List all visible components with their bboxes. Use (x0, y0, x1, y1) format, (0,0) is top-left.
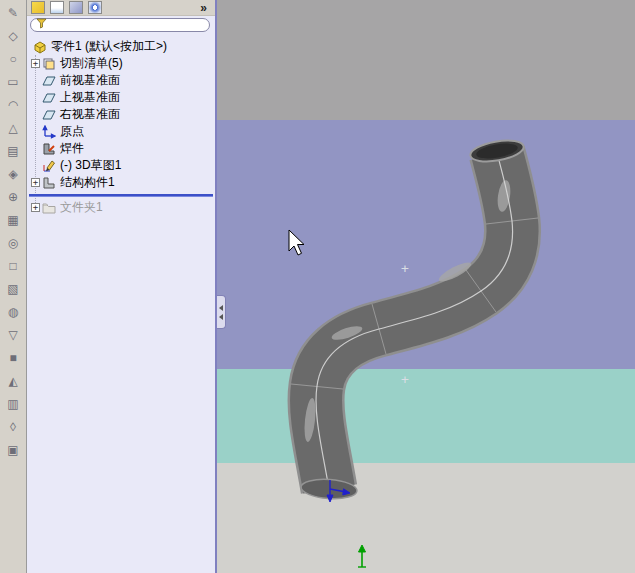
tree-item-top-plane[interactable]: 上视基准面 (27, 89, 215, 106)
mouse-cursor (289, 230, 304, 255)
tree-item-label: 右视基准面 (60, 106, 120, 123)
tool-icon[interactable]: ✎ (1, 2, 25, 25)
reference-point-marker: + (401, 262, 409, 275)
tool-icon[interactable]: ▭ (1, 71, 25, 94)
weldment-icon (42, 142, 57, 156)
plane-icon (42, 108, 57, 122)
tree-item-label: 零件1 (默认<按加工>) (51, 38, 167, 55)
tree-item-right-plane[interactable]: 右视基准面 (27, 106, 215, 123)
tree-item-origin[interactable]: 原点 (27, 123, 215, 140)
reference-point-marker: + (401, 373, 409, 386)
panel-overflow-chevron[interactable]: » (200, 1, 207, 15)
tool-icon[interactable]: ▽ (1, 324, 25, 347)
graphics-area[interactable]: + + (217, 0, 635, 573)
solidworks-window: ✎ ◇ ○ ▭ ◠ △ ▤ ◈ ⊕ ▦ ◎ □ ▧ ◍ ▽ ■ ◭ ▥ ◊ ▣ … (0, 0, 635, 573)
tree-filter-field[interactable] (30, 18, 210, 32)
dimxpert-tab-icon[interactable] (88, 1, 102, 14)
filter-icon (36, 18, 47, 32)
expand-toggle[interactable] (31, 93, 40, 102)
tool-icon[interactable]: ◍ (1, 301, 25, 324)
feature-tree: 零件1 (默认<按加工>) + 切割清单(5) 前视基准面 (27, 38, 215, 216)
structural-member-icon (42, 176, 57, 190)
panel-collapse-handle[interactable] (217, 295, 226, 329)
cutlist-icon (42, 57, 57, 71)
tree-item-label: (-) 3D草图1 (60, 157, 121, 174)
tool-icon[interactable]: ◎ (1, 232, 25, 255)
rollback-bar[interactable] (29, 194, 213, 197)
tree-item-label: 原点 (60, 123, 84, 140)
tool-icon[interactable]: ■ (1, 347, 25, 370)
tree-item-part-root[interactable]: 零件1 (默认<按加工>) (27, 38, 215, 55)
tree-item-cutlist[interactable]: + 切割清单(5) (27, 55, 215, 72)
tool-icon[interactable]: △ (1, 117, 25, 140)
tool-icon[interactable]: ▧ (1, 278, 25, 301)
tree-item-label: 结构构件1 (60, 174, 115, 191)
sketch3d-icon (42, 159, 57, 173)
expand-toggle[interactable]: + (31, 203, 40, 212)
tree-item-label: 前视基准面 (60, 72, 120, 89)
tree-item-structural-member[interactable]: + 结构构件1 (27, 174, 215, 191)
plane-icon (42, 91, 57, 105)
scene-overlay (217, 0, 635, 573)
expand-toggle[interactable] (31, 144, 40, 153)
tool-icon[interactable]: ◠ (1, 94, 25, 117)
part-icon (33, 40, 48, 54)
y-axis-indicator (358, 545, 366, 567)
pipe-model[interactable] (291, 137, 538, 500)
expand-toggle[interactable] (31, 76, 40, 85)
folder-icon (42, 201, 57, 215)
tool-icon[interactable]: ▤ (1, 140, 25, 163)
featuremanager-tab-icon[interactable] (31, 1, 45, 14)
tool-icon[interactable]: ▦ (1, 209, 25, 232)
tool-icon[interactable]: ▥ (1, 393, 25, 416)
plane-icon (42, 74, 57, 88)
tree-item-weldment[interactable]: 焊件 (27, 140, 215, 157)
tree-item-label: 焊件 (60, 140, 84, 157)
expand-toggle[interactable] (31, 110, 40, 119)
collapse-arrow-icon (219, 314, 223, 320)
tool-icon[interactable]: ○ (1, 48, 25, 71)
tool-icon[interactable]: ◊ (1, 416, 25, 439)
expand-toggle[interactable] (31, 127, 40, 136)
tool-icon[interactable]: ⊕ (1, 186, 25, 209)
tool-icon[interactable]: ◈ (1, 163, 25, 186)
tool-icon[interactable]: □ (1, 255, 25, 278)
tool-icon[interactable]: ◭ (1, 370, 25, 393)
configurationmanager-tab-icon[interactable] (69, 1, 83, 14)
tree-item-label: 文件夹1 (60, 199, 103, 216)
feature-manager-panel: » 零件1 (默认<按加工>) + 切割清单(5) (27, 0, 217, 573)
tree-item-folder[interactable]: + 文件夹1 (27, 199, 215, 216)
tool-icon[interactable]: ▣ (1, 439, 25, 462)
tree-item-front-plane[interactable]: 前视基准面 (27, 72, 215, 89)
expand-toggle[interactable] (31, 161, 40, 170)
expand-toggle[interactable]: + (31, 59, 40, 68)
tool-icon[interactable]: ◇ (1, 25, 25, 48)
propertymanager-tab-icon[interactable] (50, 1, 64, 14)
tree-item-3d-sketch[interactable]: (-) 3D草图1 (27, 157, 215, 174)
panel-tab-bar: » (27, 0, 215, 16)
origin-icon (42, 125, 57, 139)
tree-item-label: 切割清单(5) (60, 55, 123, 72)
left-toolbar: ✎ ◇ ○ ▭ ◠ △ ▤ ◈ ⊕ ▦ ◎ □ ▧ ◍ ▽ ■ ◭ ▥ ◊ ▣ (0, 0, 27, 573)
expand-toggle[interactable]: + (31, 178, 40, 187)
collapse-arrow-icon (219, 305, 223, 311)
tree-item-label: 上视基准面 (60, 89, 120, 106)
